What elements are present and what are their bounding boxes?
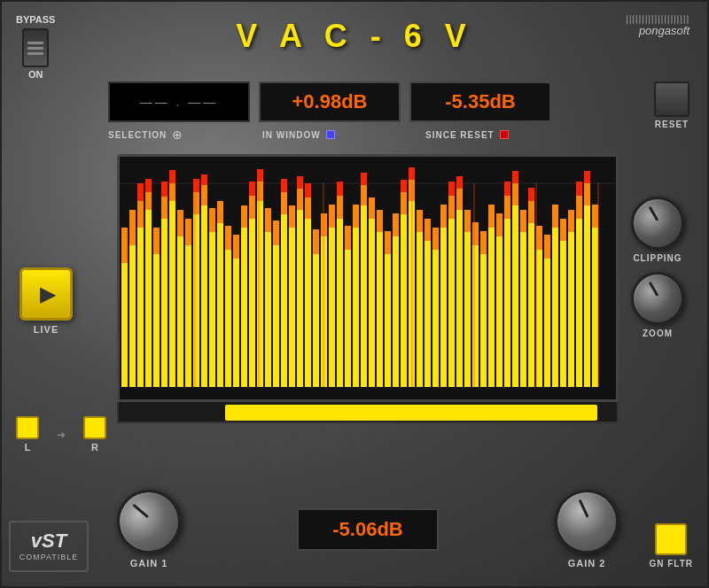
on-label: ON [16,69,55,80]
svg-rect-69 [337,182,343,196]
svg-rect-50 [281,214,287,387]
zoom-knob-wrap: ZOOM [631,272,684,338]
gain1-knob[interactable] [112,484,185,558]
gain2-label: GAIN 2 [568,558,606,569]
svg-rect-123 [528,223,534,387]
svg-rect-109 [480,254,487,387]
display-row: —— . —— +0.98dB -5.35dB [108,81,690,122]
svg-rect-58 [305,219,311,387]
since-reset-label: SINCE RESET [425,130,495,140]
svg-rect-39 [241,205,247,228]
svg-rect-108 [472,222,479,245]
logo-lines: |||||||||||||||||||| [626,14,690,24]
spectrum-scrollbar[interactable] [117,402,619,423]
r-button[interactable] [83,416,106,439]
clipping-label: CLIPPING [633,253,682,263]
in-window-value: +0.98dB [292,90,368,113]
svg-rect-104 [456,176,463,189]
spectrum-section [117,154,619,429]
lr-buttons: L ➜ R [16,416,106,453]
svg-rect-122 [520,210,526,232]
svg-rect-77 [369,219,375,387]
bypass-line-1 [27,42,43,44]
svg-rect-140 [584,183,590,205]
gn-fltr-label: GN FLTR [649,559,693,569]
svg-rect-81 [385,254,391,387]
selection-label-wrap: SELECTION ⊕ [108,128,253,142]
svg-rect-143 [592,205,598,228]
svg-rect-117 [504,182,510,196]
since-reset-indicator [500,130,509,139]
svg-rect-85 [401,214,407,387]
svg-rect-132 [560,241,566,387]
svg-rect-99 [448,219,455,387]
bypass-switch[interactable] [22,28,49,67]
gain1-knob-wrap: GAIN 1 [117,490,181,569]
svg-rect-57 [297,176,303,189]
svg-rect-46 [265,232,271,387]
svg-rect-56 [297,189,303,210]
crosshair-icon[interactable]: ⊕ [172,128,183,142]
svg-rect-14 [161,219,168,387]
svg-rect-116 [504,196,510,219]
svg-rect-3 [121,228,128,263]
svg-rect-60 [305,183,311,197]
svg-rect-48 [273,245,279,387]
svg-rect-62 [313,229,319,254]
svg-rect-52 [281,179,287,192]
l-button[interactable] [16,416,39,439]
svg-rect-26 [193,179,199,192]
svg-rect-20 [177,236,183,387]
svg-rect-135 [568,210,574,232]
svg-rect-129 [544,235,550,259]
svg-rect-111 [488,228,495,387]
svg-rect-120 [512,171,518,183]
svg-rect-51 [281,192,287,214]
svg-rect-103 [456,189,463,210]
spectrum-display[interactable] [117,154,619,402]
svg-rect-142 [592,228,598,387]
reset-button-wrap: RESET [654,81,690,129]
svg-rect-2 [121,263,128,387]
svg-rect-37 [233,235,239,259]
svg-rect-118 [512,205,518,387]
svg-rect-17 [169,201,175,387]
scroll-thumb[interactable] [225,405,597,421]
svg-rect-80 [377,210,383,232]
svg-rect-35 [225,226,231,250]
svg-rect-75 [361,185,367,205]
svg-rect-42 [249,182,255,196]
gain2-knob-wrap: GAIN 2 [555,490,619,569]
svg-rect-121 [520,232,526,387]
zoom-knob[interactable] [631,272,684,325]
compatible-label: COMPATIBLE [19,553,79,561]
svg-rect-47 [265,208,271,232]
reset-button[interactable] [654,81,690,117]
svg-rect-101 [448,182,455,196]
svg-rect-55 [297,210,303,387]
svg-rect-66 [329,205,335,228]
in-window-display: +0.98dB [259,81,401,122]
r-label: R [91,442,98,453]
svg-rect-16 [161,182,168,197]
vst-badge: vST COMPATIBLE [9,521,89,572]
svg-rect-130 [552,228,558,387]
clipping-knob[interactable] [631,197,684,250]
svg-rect-133 [560,219,566,241]
svg-rect-125 [528,188,534,201]
svg-rect-34 [225,250,231,387]
svg-rect-119 [512,183,518,205]
svg-rect-96 [432,228,439,250]
svg-rect-100 [448,196,455,219]
svg-rect-79 [377,232,383,387]
selection-dashes: —— . —— [140,95,219,109]
in-window-indicator [326,130,335,139]
svg-rect-76 [361,173,367,185]
svg-rect-138 [576,182,582,196]
svg-rect-141 [584,171,590,183]
in-window-label-wrap: IN WINDOW [262,130,417,140]
live-button[interactable]: ▶ [19,267,73,321]
svg-rect-87 [401,180,407,192]
gn-fltr-button[interactable] [655,523,687,555]
gain2-knob[interactable] [548,483,626,561]
